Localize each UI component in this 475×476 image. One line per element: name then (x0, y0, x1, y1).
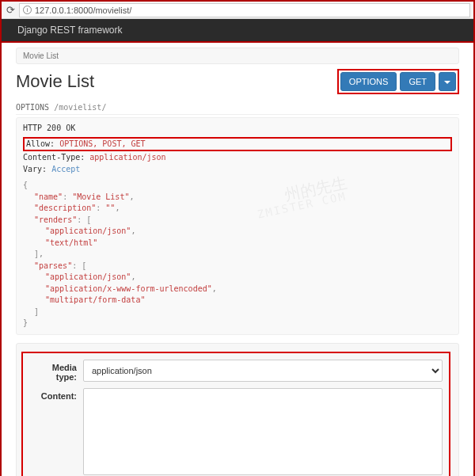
header-allow-val: OPTIONS, POST, GET (59, 139, 145, 148)
action-button-group: OPTIONS GET (337, 69, 459, 94)
request-line: OPTIONS /movielist/ (16, 101, 459, 115)
response-status: HTTP 200 OK (23, 123, 452, 135)
get-button[interactable]: GET (400, 72, 435, 91)
header-ctype-key: Content-Type: (23, 153, 85, 162)
content-textarea[interactable] (83, 388, 443, 475)
response-body: { "name": "Movie List", "description": "… (23, 180, 452, 329)
page-title: Movie List (16, 71, 94, 92)
navbar: Django REST framework (2, 19, 473, 41)
browser-address-bar: ⟳ i 127.0.0.1:8000/movielist/ (2, 2, 473, 19)
url-text: 127.0.0.1:8000/movielist/ (35, 6, 131, 15)
form-panel: Media type: application/json Content: PO… (16, 343, 459, 477)
media-type-select[interactable]: application/json (83, 360, 443, 382)
breadcrumb-item[interactable]: Movie List (23, 51, 59, 60)
header-ctype-val: application/json (89, 153, 165, 162)
request-path: /movielist/ (54, 103, 106, 112)
address-input[interactable]: i 127.0.0.1:8000/movielist/ (19, 3, 470, 17)
request-method: OPTIONS (16, 103, 49, 112)
reload-icon[interactable]: ⟳ (5, 5, 16, 16)
highlight-allow-header: Allow: OPTIONS, POST, GET (23, 137, 452, 152)
header-allow-key: Allow: (26, 139, 55, 148)
header-vary-key: Vary: (23, 165, 47, 173)
response-panel: HTTP 200 OK Allow: OPTIONS, POST, GET Co… (16, 117, 459, 335)
content-label: Content: (29, 388, 83, 475)
get-dropdown-button[interactable] (439, 72, 456, 91)
highlight-form: Media type: application/json Content: PO… (21, 352, 450, 477)
options-button[interactable]: OPTIONS (340, 72, 397, 91)
chevron-down-icon (444, 81, 450, 84)
media-type-label: Media type: (29, 360, 83, 382)
info-icon: i (23, 6, 32, 14)
breadcrumb: Movie List (16, 48, 459, 64)
navbar-brand[interactable]: Django REST framework (17, 25, 123, 36)
header-vary-val: Accept (51, 165, 80, 173)
